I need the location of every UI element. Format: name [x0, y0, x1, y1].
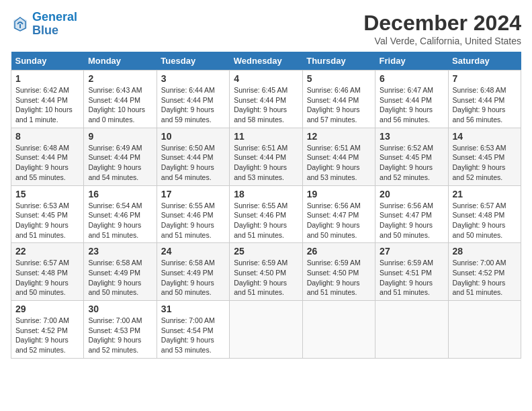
day-info: Sunrise: 6:48 AM Sunset: 4:44 PM Dayligh…	[453, 85, 517, 125]
daylight: Daylight: 9 hours and 53 minutes.	[234, 163, 287, 181]
calendar-cell: 5 Sunrise: 6:46 AM Sunset: 4:44 PM Dayli…	[302, 71, 375, 128]
sunset: Sunset: 4:52 PM	[453, 269, 505, 277]
sunset: Sunset: 4:45 PM	[453, 153, 505, 161]
sunrise: Sunrise: 7:00 AM	[15, 316, 69, 324]
sunset: Sunset: 4:45 PM	[15, 211, 68, 219]
calendar-cell: 23 Sunrise: 6:58 AM Sunset: 4:49 PM Dayl…	[84, 243, 157, 301]
daylight: Daylight: 9 hours and 50 minutes.	[307, 221, 360, 239]
calendar-cell: 1 Sunrise: 6:42 AM Sunset: 4:44 PM Dayli…	[11, 71, 84, 128]
sunset: Sunset: 4:44 PM	[88, 96, 140, 104]
sunset: Sunset: 4:46 PM	[88, 211, 140, 219]
day-number: 6	[380, 73, 443, 84]
calendar-cell	[302, 301, 375, 359]
day-number: 9	[88, 131, 152, 142]
calendar-cell: 11 Sunrise: 6:51 AM Sunset: 4:44 PM Dayl…	[230, 128, 302, 185]
sunset: Sunset: 4:44 PM	[161, 96, 214, 104]
sunset: Sunset: 4:44 PM	[15, 153, 68, 161]
day-number: 2	[88, 73, 152, 84]
daylight: Daylight: 9 hours and 58 minutes.	[234, 105, 287, 124]
subtitle: Val Verde, California, United States	[363, 36, 521, 46]
page-header: General Blue December 2024 Val Verde, Ca…	[11, 11, 521, 46]
daylight: Daylight: 9 hours and 50 minutes.	[453, 221, 506, 239]
sunrise: Sunrise: 6:53 AM	[453, 144, 506, 152]
day-number: 12	[307, 131, 371, 142]
logo: General Blue	[11, 11, 77, 38]
sunset: Sunset: 4:47 PM	[307, 211, 359, 219]
day-info: Sunrise: 6:43 AM Sunset: 4:44 PM Dayligh…	[88, 85, 152, 125]
daylight: Daylight: 9 hours and 51 minutes.	[307, 279, 360, 297]
day-number: 17	[161, 189, 225, 199]
day-info: Sunrise: 7:00 AM Sunset: 4:52 PM Dayligh…	[453, 258, 517, 298]
title-area: December 2024 Val Verde, California, Uni…	[363, 11, 521, 46]
daylight: Daylight: 9 hours and 52 minutes.	[453, 163, 506, 181]
calendar-cell: 28 Sunrise: 7:00 AM Sunset: 4:52 PM Dayl…	[448, 243, 521, 301]
sunrise: Sunrise: 6:55 AM	[234, 201, 287, 210]
sunrise: Sunrise: 6:48 AM	[15, 144, 69, 152]
sunrise: Sunrise: 6:44 AM	[161, 86, 215, 94]
day-info: Sunrise: 6:53 AM Sunset: 4:45 PM Dayligh…	[453, 143, 517, 183]
day-info: Sunrise: 6:58 AM Sunset: 4:49 PM Dayligh…	[88, 258, 152, 298]
calendar-table: SundayMondayTuesdayWednesdayThursdayFrid…	[11, 52, 521, 359]
calendar-cell: 3 Sunrise: 6:44 AM Sunset: 4:44 PM Dayli…	[157, 71, 229, 128]
sunrise: Sunrise: 6:46 AM	[307, 86, 361, 94]
day-info: Sunrise: 7:00 AM Sunset: 4:53 PM Dayligh…	[88, 316, 152, 355]
day-number: 29	[15, 304, 79, 314]
header-sunday: Sunday	[11, 52, 84, 71]
daylight: Daylight: 9 hours and 51 minutes.	[380, 279, 433, 297]
day-number: 20	[380, 189, 443, 199]
sunrise: Sunrise: 6:59 AM	[307, 259, 361, 267]
day-info: Sunrise: 6:42 AM Sunset: 4:44 PM Dayligh…	[15, 85, 79, 125]
calendar-cell: 7 Sunrise: 6:48 AM Sunset: 4:44 PM Dayli…	[448, 71, 521, 128]
sunrise: Sunrise: 6:59 AM	[380, 259, 433, 267]
day-number: 8	[15, 131, 79, 142]
sunrise: Sunrise: 6:56 AM	[380, 201, 433, 210]
day-info: Sunrise: 6:57 AM Sunset: 4:48 PM Dayligh…	[15, 258, 79, 298]
sunrise: Sunrise: 6:47 AM	[380, 86, 433, 94]
sunset: Sunset: 4:44 PM	[161, 153, 214, 161]
sunset: Sunset: 4:49 PM	[88, 269, 140, 277]
day-info: Sunrise: 6:59 AM Sunset: 4:51 PM Dayligh…	[380, 258, 443, 298]
daylight: Daylight: 9 hours and 50 minutes.	[15, 279, 69, 297]
sunset: Sunset: 4:44 PM	[234, 153, 286, 161]
calendar-week-4: 22 Sunrise: 6:57 AM Sunset: 4:48 PM Dayl…	[11, 243, 521, 301]
daylight: Daylight: 9 hours and 51 minutes.	[234, 279, 287, 297]
day-number: 31	[161, 304, 225, 314]
day-number: 30	[88, 304, 152, 314]
day-info: Sunrise: 6:59 AM Sunset: 4:50 PM Dayligh…	[307, 258, 371, 298]
sunrise: Sunrise: 6:58 AM	[161, 259, 215, 267]
day-number: 23	[88, 246, 152, 257]
sunrise: Sunrise: 6:54 AM	[88, 201, 142, 210]
calendar-cell: 4 Sunrise: 6:45 AM Sunset: 4:44 PM Dayli…	[230, 71, 302, 128]
day-number: 3	[161, 73, 225, 84]
calendar-cell: 10 Sunrise: 6:50 AM Sunset: 4:44 PM Dayl…	[157, 128, 229, 185]
sunrise: Sunrise: 6:50 AM	[161, 144, 215, 152]
logo-text: General Blue	[32, 11, 77, 38]
calendar-cell: 21 Sunrise: 6:57 AM Sunset: 4:48 PM Dayl…	[448, 185, 521, 243]
calendar-cell: 24 Sunrise: 6:58 AM Sunset: 4:49 PM Dayl…	[157, 243, 229, 301]
logo-icon	[11, 15, 30, 34]
daylight: Daylight: 9 hours and 50 minutes.	[161, 279, 214, 297]
sunrise: Sunrise: 6:45 AM	[234, 86, 287, 94]
day-number: 26	[307, 246, 371, 257]
sunrise: Sunrise: 6:57 AM	[15, 259, 69, 267]
calendar-cell: 29 Sunrise: 7:00 AM Sunset: 4:52 PM Dayl…	[11, 301, 84, 359]
calendar-cell	[375, 301, 448, 359]
sunset: Sunset: 4:50 PM	[307, 269, 359, 277]
sunset: Sunset: 4:51 PM	[380, 269, 432, 277]
header-thursday: Thursday	[302, 52, 375, 71]
day-info: Sunrise: 6:50 AM Sunset: 4:44 PM Dayligh…	[161, 143, 225, 183]
daylight: Daylight: 9 hours and 55 minutes.	[15, 163, 69, 181]
day-info: Sunrise: 6:44 AM Sunset: 4:44 PM Dayligh…	[161, 85, 225, 125]
day-number: 27	[380, 246, 443, 257]
sunset: Sunset: 4:44 PM	[380, 96, 432, 104]
sunset: Sunset: 4:47 PM	[380, 211, 432, 219]
day-info: Sunrise: 6:49 AM Sunset: 4:44 PM Dayligh…	[88, 143, 152, 183]
sunrise: Sunrise: 7:00 AM	[453, 259, 506, 267]
sunset: Sunset: 4:44 PM	[88, 153, 140, 161]
calendar-cell: 16 Sunrise: 6:54 AM Sunset: 4:46 PM Dayl…	[84, 185, 157, 243]
main-title: December 2024	[363, 11, 521, 36]
day-info: Sunrise: 6:54 AM Sunset: 4:46 PM Dayligh…	[88, 201, 152, 240]
calendar-cell: 17 Sunrise: 6:55 AM Sunset: 4:46 PM Dayl…	[157, 185, 229, 243]
calendar-week-1: 1 Sunrise: 6:42 AM Sunset: 4:44 PM Dayli…	[11, 71, 521, 128]
day-info: Sunrise: 7:00 AM Sunset: 4:54 PM Dayligh…	[161, 316, 225, 355]
